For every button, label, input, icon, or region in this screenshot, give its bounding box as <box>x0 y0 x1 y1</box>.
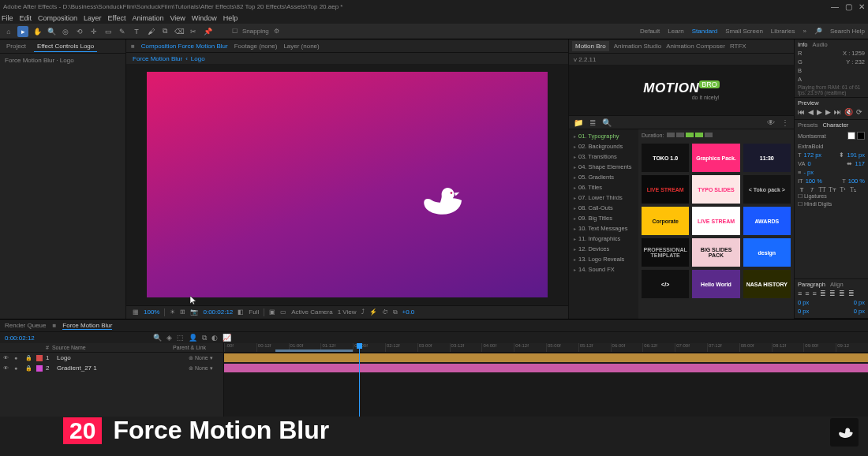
subscript-button[interactable]: T₁ <box>849 186 857 193</box>
channels-icon[interactable]: ◧ <box>238 308 244 316</box>
comp-mini-flowchart-icon[interactable]: ◈ <box>166 334 172 342</box>
allcaps-button[interactable]: TT <box>818 186 826 193</box>
eraser-tool[interactable]: ⌫ <box>174 26 185 37</box>
space-before[interactable]: 0 px <box>798 308 809 315</box>
hscale[interactable]: 100 % <box>848 178 865 185</box>
font-size[interactable]: 172 px <box>804 151 822 159</box>
search-icon[interactable]: 🔍 <box>602 118 612 127</box>
preset-thumb[interactable]: design <box>743 238 791 267</box>
tab-audio[interactable]: Audio <box>813 41 828 48</box>
last-frame-button[interactable]: ⏭ <box>834 108 841 116</box>
preset-thumb[interactable]: 11:30 <box>743 144 791 172</box>
preset-thumb[interactable]: TYPO SLIDES <box>692 175 739 204</box>
tab-motionbro[interactable]: Motion Bro <box>572 41 609 51</box>
indent-right[interactable]: 0 px <box>854 299 865 306</box>
current-time[interactable]: 0:00:02:12 <box>203 308 233 316</box>
tracking[interactable]: 117 <box>855 160 865 167</box>
category-item[interactable]: 10. Text Messages <box>569 223 638 234</box>
orbit-tool[interactable]: ◎ <box>60 26 71 37</box>
current-time-display[interactable]: 0:00:02:12 <box>5 335 35 342</box>
tab-timeline-comp[interactable]: Force Motion Blur <box>62 322 112 330</box>
category-item[interactable]: 14. Sound FX <box>569 264 638 275</box>
preset-thumb[interactable]: TOKO 1.0 <box>642 144 689 172</box>
kerning[interactable]: 0 <box>807 160 810 167</box>
ws-standard[interactable]: Standard <box>692 28 717 35</box>
justify-left-button[interactable]: ≣ <box>820 290 826 297</box>
menu-view[interactable]: View <box>170 14 185 22</box>
graph-editor-icon[interactable]: 📈 <box>223 334 231 342</box>
home-icon[interactable]: ⌂ <box>3 26 14 37</box>
work-area-bar[interactable] <box>275 349 353 352</box>
tab-animstudio[interactable]: Animation Studio <box>614 43 661 50</box>
indent-left[interactable]: 0 px <box>798 299 809 306</box>
loop-button[interactable]: ⟳ <box>856 108 862 116</box>
menu-file[interactable]: File <box>2 14 13 22</box>
minimize-button[interactable]: — <box>831 2 839 11</box>
category-item[interactable]: 03. Transitions <box>569 151 638 162</box>
category-item[interactable]: 07. Lower Thirds <box>569 192 638 203</box>
rotate-tool[interactable]: ⟲ <box>74 26 85 37</box>
tab-footage[interactable]: Footage (none) <box>234 43 278 50</box>
shy-icon[interactable]: 👤 <box>189 334 197 342</box>
fill-color[interactable] <box>847 132 855 140</box>
timeline-icon[interactable]: ⏱ <box>382 308 388 316</box>
tab-character[interactable]: Character <box>822 121 848 129</box>
category-item[interactable]: 02. Backgrounds <box>569 141 638 151</box>
preset-thumb[interactable]: BIG SLIDES PACK <box>692 238 739 267</box>
puppet-tool[interactable]: 📌 <box>202 26 213 37</box>
menu-effect[interactable]: Effect <box>108 14 126 22</box>
exposure-icon[interactable]: ☀ <box>170 308 175 316</box>
view-select[interactable]: 1 View <box>338 308 357 316</box>
zoom-value[interactable]: 100% <box>144 308 159 316</box>
category-item[interactable]: 06. Titles <box>569 182 638 192</box>
align-left-button[interactable]: ≡ <box>798 290 802 297</box>
tab-info[interactable]: Info <box>798 41 808 48</box>
timeline-layer[interactable]: 👁●🔒2Gradient_27 1⊚ None ▾ <box>0 363 223 373</box>
flowchart-icon[interactable]: ⧉ <box>393 308 398 316</box>
preset-thumb[interactable]: LIVE STREAM <box>642 175 689 204</box>
tab-align[interactable]: Align <box>830 281 844 288</box>
preset-thumb[interactable]: Graphics Pack. <box>692 144 739 172</box>
search-layers-icon[interactable]: 🔍 <box>153 334 162 342</box>
stroke-width[interactable]: - px <box>803 169 814 176</box>
bold-button[interactable]: T <box>798 186 806 193</box>
layer1-bar[interactable] <box>224 353 868 362</box>
menu-composition[interactable]: Composition <box>38 14 77 22</box>
justify-all-button[interactable]: ≣ <box>848 290 855 297</box>
take-snapshot-icon[interactable]: 📷 <box>190 308 198 316</box>
ws-libraries[interactable]: Libraries <box>771 28 795 35</box>
preset-thumb[interactable]: LIVE STREAM <box>692 207 739 235</box>
tab-preview[interactable]: Preview <box>798 99 819 107</box>
viewport[interactable] <box>126 64 568 305</box>
timeline-layer[interactable]: 👁●🔒1Logo⊚ None ▾ <box>0 353 223 363</box>
fast-preview-icon[interactable]: ⚡ <box>369 308 377 316</box>
next-frame-button[interactable]: ▶ <box>825 108 831 116</box>
mask-toggle-icon[interactable]: ▦ <box>133 308 139 316</box>
menu-edit[interactable]: Edit <box>20 14 32 22</box>
pen-tool[interactable]: ✎ <box>117 26 128 37</box>
clone-tool[interactable]: ⧉ <box>159 26 170 37</box>
camera-select[interactable]: Active Camera <box>291 308 332 316</box>
category-item[interactable]: 11. Infographics <box>569 234 638 244</box>
layer2-bar[interactable] <box>224 364 868 372</box>
category-item[interactable]: 05. Gradients <box>569 172 638 182</box>
first-frame-button[interactable]: ⏮ <box>798 108 805 116</box>
draft3d-icon[interactable]: ⬚ <box>177 334 184 342</box>
preset-thumb[interactable]: </> <box>642 270 689 298</box>
bc-root[interactable]: Force Motion Blur <box>133 55 182 62</box>
tab-animcomposer[interactable]: Animation Composer <box>666 43 725 50</box>
menu-animation[interactable]: Animation <box>132 14 163 22</box>
tab-render-queue[interactable]: Render Queue <box>5 322 46 329</box>
search-help[interactable]: Search Help <box>830 28 865 35</box>
preset-thumb[interactable]: PROFESSIONAL TEMPLATE <box>642 238 689 267</box>
eye-icon[interactable]: 👁 <box>767 118 775 127</box>
search-icon[interactable]: 🔎 <box>814 28 822 35</box>
leading[interactable]: 191 px <box>847 151 865 159</box>
region-icon[interactable]: ▭ <box>280 308 286 316</box>
grid-icon[interactable]: ⊞ <box>180 308 185 316</box>
tab-project[interactable]: Project <box>3 41 29 51</box>
menu-help[interactable]: Help <box>223 14 238 22</box>
selection-tool[interactable]: ▸ <box>17 26 28 37</box>
align-right-button[interactable]: ≡ <box>813 290 817 297</box>
superscript-button[interactable]: T¹ <box>839 186 847 193</box>
